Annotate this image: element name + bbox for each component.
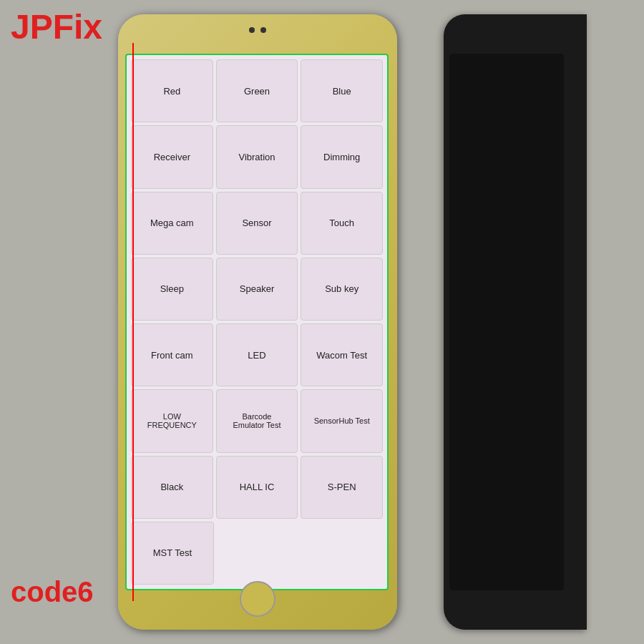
btn-low-frequency[interactable]: LOW FREQUENCY: [131, 389, 213, 452]
btn-barcode-emulator[interactable]: Barcode Emulator Test: [216, 389, 298, 452]
btn-dimming[interactable]: Dimming: [301, 125, 383, 188]
btn-mega-cam[interactable]: Mega cam: [131, 192, 213, 255]
btn-wacom-test[interactable]: Wacom Test: [301, 323, 383, 386]
grid-row-2: Receiver Vibration Dimming: [131, 125, 383, 188]
code6-label: code6: [11, 576, 94, 608]
phone-screen: Red Green Blue Receiver Vibration Dimmin…: [125, 54, 389, 590]
btn-led[interactable]: LED: [216, 323, 298, 386]
btn-receiver[interactable]: Receiver: [131, 125, 213, 188]
btn-blue[interactable]: Blue: [301, 59, 383, 122]
grid-row-4: Sleep Speaker Sub key: [131, 258, 383, 321]
phone-right-screen: [449, 54, 564, 590]
grid-row-7: Black HALL IC S-PEN: [131, 456, 383, 519]
btn-front-cam[interactable]: Front cam: [131, 323, 213, 386]
btn-vibration[interactable]: Vibration: [216, 125, 298, 188]
screen-inner: Red Green Blue Receiver Vibration Dimmin…: [127, 55, 387, 589]
btn-mst-test[interactable]: MST Test: [131, 522, 214, 585]
phone-body: Red Green Blue Receiver Vibration Dimmin…: [118, 14, 397, 630]
jpfix-label: JPFix: [11, 7, 102, 47]
grid-row-5: Front cam LED Wacom Test: [131, 323, 383, 386]
btn-green[interactable]: Green: [216, 59, 298, 122]
grid-row-8: MST Test: [131, 522, 383, 585]
btn-hall-ic[interactable]: HALL IC: [216, 456, 298, 519]
grid-row-1: Red Green Blue: [131, 59, 383, 122]
btn-touch[interactable]: Touch: [301, 192, 383, 255]
btn-sleep[interactable]: Sleep: [131, 258, 213, 321]
cell-empty-1: [217, 522, 298, 585]
camera-dot: [249, 27, 255, 33]
btn-sensor[interactable]: Sensor: [216, 192, 298, 255]
btn-black[interactable]: Black: [131, 456, 213, 519]
speaker-dot: [260, 27, 266, 33]
phone-right: [444, 14, 587, 630]
btn-speaker[interactable]: Speaker: [216, 258, 298, 321]
btn-sensorhub-test[interactable]: SensorHub Test: [301, 389, 383, 452]
grid-row-6: LOW FREQUENCY Barcode Emulator Test Sens…: [131, 389, 383, 452]
btn-red[interactable]: Red: [131, 59, 213, 122]
grid-row-3: Mega cam Sensor Touch: [131, 192, 383, 255]
phone-top: [249, 27, 266, 33]
cell-empty-2: [301, 522, 383, 585]
btn-s-pen[interactable]: S-PEN: [301, 456, 383, 519]
red-line: [132, 43, 134, 601]
btn-sub-key[interactable]: Sub key: [301, 258, 383, 321]
home-button[interactable]: [240, 581, 275, 617]
